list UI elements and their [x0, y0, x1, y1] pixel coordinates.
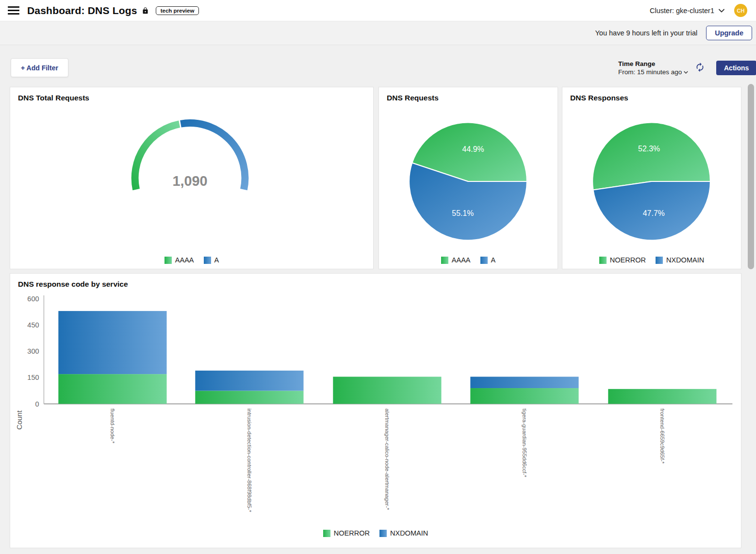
legend-item-nxdomain[interactable]: NXDOMAIN — [656, 256, 704, 264]
card-title: DNS Requests — [387, 94, 439, 102]
time-range-value: From: 15 minutes ago — [618, 68, 682, 76]
chart-legend: NOERRORNXDOMAIN — [562, 256, 741, 264]
trial-message: You have 9 hours left in your trial — [595, 29, 698, 37]
legend-item-nxdomain[interactable]: NXDOMAIN — [379, 529, 428, 537]
legend-label: AAAA — [452, 256, 471, 264]
dns-responses-card: DNS Responses 52.3%47.7% NOERRORNXDOMAIN — [562, 87, 741, 269]
add-filter-button[interactable]: + Add Filter — [11, 58, 68, 77]
svg-text:1,090: 1,090 — [172, 173, 207, 189]
svg-text:Count: Count — [15, 410, 23, 430]
legend-swatch — [656, 257, 663, 264]
legend-label: AAAA — [175, 256, 194, 264]
refresh-icon — [695, 62, 705, 72]
chart-legend: AAAAA — [10, 256, 373, 264]
svg-text:tigera-guardian-955dd6ccf-*: tigera-guardian-955dd6ccf-* — [522, 408, 527, 477]
legend-swatch — [204, 257, 211, 264]
trial-bar: You have 9 hours left in your trial Upgr… — [0, 21, 756, 45]
legend-swatch — [164, 257, 172, 264]
cluster-selector[interactable]: Cluster: gke-cluster1 — [650, 7, 724, 15]
svg-text:intrusion-detection-controller: intrusion-detection-controller-868f98dbf… — [247, 408, 252, 512]
svg-text:44.9%: 44.9% — [462, 145, 484, 153]
svg-text:alertmanager-calico-node-alert: alertmanager-calico-node-alertmanager-* — [384, 408, 390, 510]
svg-text:0: 0 — [35, 400, 39, 408]
svg-text:150: 150 — [27, 374, 39, 381]
chevron-down-icon — [719, 9, 724, 13]
lock-icon — [142, 7, 149, 15]
avatar[interactable]: CH — [734, 4, 747, 17]
svg-text:52.3%: 52.3% — [638, 145, 660, 153]
dns-total-requests-card: DNS Total Requests 1,090 AAAAA — [10, 87, 374, 269]
app-header: Dashboard: DNS Logs tech preview Cluster… — [0, 0, 756, 21]
dns-requests-card: DNS Requests 44.9%55.1% AAAAA — [378, 87, 558, 269]
response-code-bar-chart: 0150300450600Countfluentd-node-*intrusio… — [10, 274, 741, 548]
svg-text:47.7%: 47.7% — [643, 209, 665, 217]
svg-text:450: 450 — [27, 321, 39, 329]
dns-responses-pie-chart: 52.3%47.7% — [562, 87, 741, 269]
legend-item-aaaa[interactable]: AAAA — [441, 256, 471, 264]
legend-item-aaaa[interactable]: AAAA — [164, 256, 194, 264]
dns-response-code-card: DNS response code by service 01503004506… — [10, 273, 741, 548]
dns-requests-pie-chart: 44.9%55.1% — [379, 87, 558, 269]
page-title: Dashboard: DNS Logs — [27, 5, 137, 16]
chevron-down-icon — [684, 71, 688, 74]
vertical-scrollbar-thumb[interactable] — [748, 84, 754, 269]
svg-text:frontend-6659c9d65f-*: frontend-6659c9d65f-* — [659, 408, 665, 464]
legend-swatch — [323, 530, 330, 537]
legend-swatch — [480, 257, 488, 264]
chart-legend: AAAAA — [379, 256, 558, 264]
svg-text:300: 300 — [27, 347, 39, 355]
legend-swatch — [599, 257, 607, 264]
actions-button[interactable]: Actions — [716, 61, 756, 75]
dashboard-page: Dashboard: DNS Logs tech preview Cluster… — [0, 0, 756, 554]
legend-label: A — [214, 256, 219, 264]
time-range-selector[interactable]: Time Range From: 15 minutes ago — [618, 60, 688, 76]
card-title: DNS Responses — [570, 94, 628, 102]
time-range-title: Time Range — [618, 60, 688, 67]
card-title: DNS response code by service — [18, 280, 128, 289]
legend-item-noerror[interactable]: NOERROR — [323, 529, 370, 537]
legend-label: NXDOMAIN — [390, 529, 428, 537]
svg-text:600: 600 — [27, 295, 39, 303]
tech-preview-badge: tech preview — [156, 6, 199, 15]
chart-legend: NOERRORNXDOMAIN — [10, 529, 741, 537]
legend-label: A — [491, 256, 496, 264]
legend-label: NOERROR — [334, 529, 370, 537]
legend-label: NOERROR — [610, 256, 646, 264]
gauge-chart: 1,090 — [10, 87, 373, 269]
legend-swatch — [441, 257, 448, 264]
menu-icon[interactable] — [8, 6, 19, 15]
legend-item-a[interactable]: A — [204, 256, 219, 264]
card-title: DNS Total Requests — [18, 94, 89, 102]
legend-swatch — [379, 530, 387, 537]
legend-label: NXDOMAIN — [666, 256, 704, 264]
refresh-button[interactable] — [695, 62, 705, 74]
cluster-label: Cluster: gke-cluster1 — [650, 7, 714, 15]
svg-text:55.1%: 55.1% — [452, 209, 474, 217]
svg-text:fluentd-node-*: fluentd-node-* — [110, 408, 115, 443]
legend-item-a[interactable]: A — [480, 256, 496, 264]
upgrade-button[interactable]: Upgrade — [706, 26, 752, 40]
legend-item-noerror[interactable]: NOERROR — [599, 256, 646, 264]
